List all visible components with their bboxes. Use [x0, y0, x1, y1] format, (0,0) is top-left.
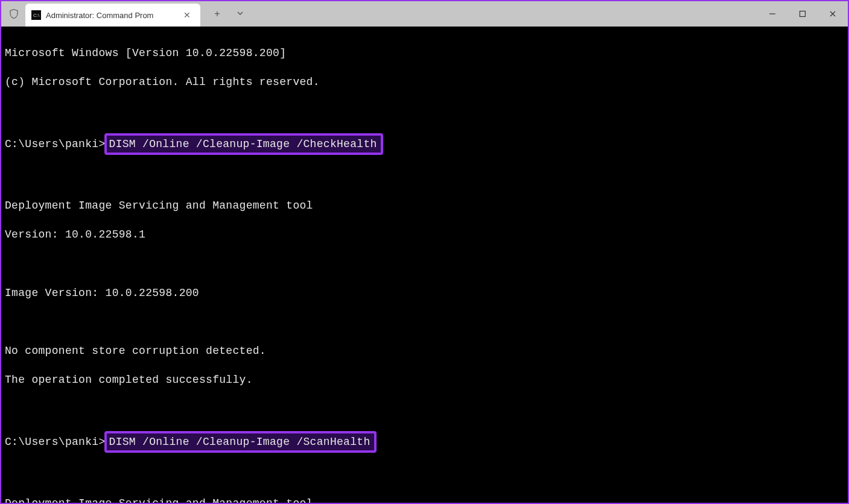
new-tab-button[interactable]: +	[211, 8, 223, 19]
terminal-line: Microsoft Windows [Version 10.0.22598.20…	[5, 46, 844, 60]
terminal-line	[5, 256, 844, 271]
terminal-line	[5, 169, 844, 184]
highlighted-command: DISM /Online /Cleanup-Image /CheckHealth	[104, 133, 383, 155]
terminal-line: No component store corruption detected.	[5, 344, 844, 358]
terminal-line: Image Version: 10.0.22598.200	[5, 286, 844, 300]
command-line: C:\Users\panki>DISM /Online /Cleanup-Ima…	[5, 431, 844, 453]
terminal-line: The operation completed successfully.	[5, 373, 844, 387]
tab-dropdown-button[interactable]	[234, 8, 246, 19]
prompt-prefix: C:\Users\panki>	[5, 435, 106, 449]
tab-close-button[interactable]: ✕	[180, 9, 194, 21]
terminal-line: Version: 10.0.22598.1	[5, 227, 844, 242]
terminal-line: (c) Microsoft Corporation. All rights re…	[5, 75, 844, 89]
title-bar: C:\ Administrator: Command Prom ✕ +	[1, 1, 848, 27]
minimize-button[interactable]	[757, 1, 787, 27]
tab-cmd[interactable]: C:\ Administrator: Command Prom ✕	[25, 4, 200, 27]
terminal-line	[5, 315, 844, 329]
terminal-line	[5, 467, 844, 482]
prompt-prefix: C:\Users\panki>	[5, 137, 106, 151]
tab-title: Administrator: Command Prom	[46, 11, 180, 20]
cmd-icon: C:\	[31, 10, 41, 20]
svg-rect-1	[800, 11, 806, 17]
close-button[interactable]	[818, 1, 848, 27]
command-text: DISM /Online /Cleanup-Image /CheckHealth	[109, 138, 377, 150]
highlighted-command: DISM /Online /Cleanup-Image /ScanHealth	[104, 431, 377, 453]
terminal-line	[5, 402, 844, 416]
tab-actions: +	[211, 8, 246, 19]
command-line: C:\Users\panki>DISM /Online /Cleanup-Ima…	[5, 133, 844, 155]
terminal-line	[5, 104, 844, 118]
shield-icon	[8, 8, 19, 19]
maximize-button[interactable]	[787, 1, 818, 27]
terminal-output[interactable]: Microsoft Windows [Version 10.0.22598.20…	[1, 27, 848, 504]
terminal-line: Deployment Image Servicing and Managemen…	[5, 198, 844, 213]
command-text: DISM /Online /Cleanup-Image /ScanHealth	[109, 436, 370, 448]
terminal-line: Deployment Image Servicing and Managemen…	[5, 496, 844, 504]
window-controls	[757, 1, 848, 27]
